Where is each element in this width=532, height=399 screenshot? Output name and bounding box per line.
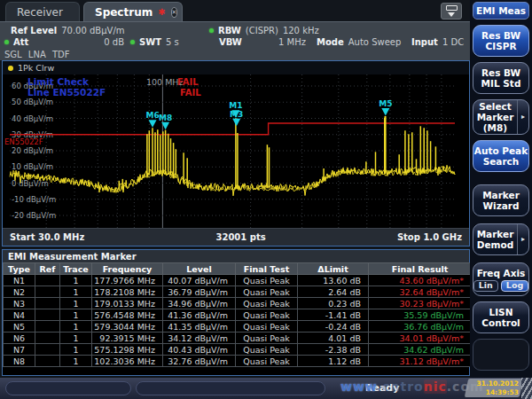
cell-type: N1 — [4, 275, 35, 286]
att-field[interactable]: Att 0 dB — [4, 37, 124, 47]
status-field-1[interactable] — [5, 381, 131, 395]
rbw-mode-value: (CISPR) — [246, 26, 278, 35]
cell-delta_limit: 4.01 dB — [298, 332, 369, 344]
cell-type: N5 — [4, 321, 35, 332]
table-row[interactable]: N71575.1298 MHz40.43 dBµV/mQuasi Peak-2.… — [4, 344, 472, 356]
sweep-points: 32001 pts — [215, 232, 265, 242]
column-header-trace: Trace — [60, 263, 92, 275]
vbw-label: VBW — [219, 37, 242, 47]
softkey-lisn-control[interactable]: LISNControl — [473, 301, 529, 333]
cell-final_test: Quasi Peak — [236, 332, 298, 344]
vbw-field[interactable]: VBW 1 MHz — [219, 37, 306, 47]
cell-delta_limit: 1.12 dB — [298, 356, 369, 367]
cell-ref — [35, 321, 60, 332]
emi-marker-window: EMI Measurement Marker TypeRefTraceFrequ… — [2, 249, 470, 376]
softkey-marker-demod[interactable]: MarkerDemod ▸ — [473, 223, 529, 255]
column-header-delta_limit: ΔLimit — [298, 263, 369, 275]
rbw-led-icon — [209, 28, 214, 33]
cell-delta_limit: -2.38 dB — [298, 344, 369, 356]
sweep-info: SGL LNA TDF — [4, 50, 69, 59]
emi-table-body: N11177.9766 MHz40.07 dBµV/mQuasi Peak13.… — [4, 275, 472, 367]
table-row[interactable]: N11177.9766 MHz40.07 dBµV/mQuasi Peak13.… — [4, 275, 472, 286]
status-field-2[interactable] — [136, 381, 325, 395]
softkey-select-marker[interactable]: SelectMarker(M8) ▸ — [473, 99, 529, 135]
svg-text:50 dBµV/m: 50 dBµV/m — [12, 98, 53, 106]
frequency-axis-bar: Start 30.0 MHz 32001 pts Stop 1.0 GHz — [3, 228, 469, 246]
cell-trace: 1 — [60, 309, 92, 321]
sweep-window: 1Pk Clrw 60 dBµV/m50 dBµV/m40 dBµV/m30 d… — [2, 60, 470, 246]
column-header-final_test: Final Test — [236, 263, 298, 275]
cell-level: 36.79 dBµV/m — [163, 286, 236, 298]
cell-delta_limit: -1.41 dB — [298, 309, 369, 321]
cell-level: 41.35 dBµV/m — [163, 321, 236, 332]
softkey-empty[interactable] — [473, 339, 529, 371]
cell-ref — [35, 286, 60, 298]
svg-text:FAIL: FAIL — [180, 88, 201, 98]
close-tab-icon[interactable]: ✕ — [171, 7, 178, 18]
cell-frequency: 178.2108 MHz — [92, 286, 163, 298]
emi-marker-table: TypeRefTraceFrequencyLevelFinal TestΔLim… — [3, 262, 472, 367]
unsaved-changes-icon: ✱ — [158, 7, 165, 17]
marker-m5-icon — [381, 108, 389, 116]
rbw-value: 120 kHz — [283, 26, 319, 35]
column-header-ref: Ref — [35, 263, 60, 275]
cell-final_result: 32.64 dBµV/m* — [369, 286, 472, 298]
tab-receiver-label: Receiver — [17, 6, 63, 19]
cell-final_result: 43.60 dBµV/m* — [369, 275, 472, 286]
freq-axis-label: Freq Axis — [477, 268, 526, 278]
mode-field[interactable]: Mode Auto Sweep — [317, 37, 401, 47]
table-row[interactable]: N51579.3044 MHz41.35 dBµV/mQuasi Peak-0.… — [4, 321, 472, 332]
table-row[interactable]: N21178.2108 MHz36.79 dBµV/mQuasi Peak2.6… — [4, 286, 472, 298]
freq-axis-lin-toggle[interactable]: Lin — [473, 280, 498, 292]
column-header-frequency: Frequency — [92, 263, 163, 275]
display-menu-button[interactable] — [441, 3, 462, 20]
svg-text:Limit Check: Limit Check — [27, 76, 90, 87]
ref-level-field[interactable]: Ref Level 70.00 dBµV/m — [11, 26, 125, 35]
emi-table-title: EMI Measurement Marker — [3, 250, 469, 262]
status-time: 14:39:53 — [466, 388, 519, 397]
submenu-arrow-icon: ▸ — [517, 224, 528, 254]
table-row[interactable]: N31179.0133 MHz34.96 dBµV/mQuasi Peak0.2… — [4, 298, 472, 309]
table-row[interactable]: N6192.3915 MHz34.12 dBµV/mQuasi Peak4.01… — [4, 332, 472, 344]
softkey-freq-axis[interactable]: Freq Axis Lin Log — [473, 262, 529, 296]
tab-spectrum[interactable]: Spectrum ✱ ✕ — [83, 2, 183, 21]
cell-frequency: 575.1298 MHz — [92, 344, 163, 356]
cell-trace: 1 — [60, 298, 92, 309]
vbw-value: 1 MHz — [278, 37, 306, 47]
cell-final_test: Quasi Peak — [236, 309, 298, 321]
svg-text:10 dBµV/m: 10 dBµV/m — [12, 162, 53, 171]
ref-level-label: Ref Level — [11, 26, 57, 35]
att-led-icon — [4, 40, 9, 44]
spectrum-chart[interactable]: 60 dBµV/m50 dBµV/m40 dBµV/m30 dBµV/m20 d… — [3, 74, 469, 228]
table-header-row: TypeRefTraceFrequencyLevelFinal TestΔLim… — [4, 263, 472, 275]
cell-final_result: 35.59 dBµV/m — [369, 309, 472, 321]
softkey-auto-peak-search[interactable]: Auto PeakSearch — [473, 140, 529, 172]
softkey-res-bw-mil-std[interactable]: Res BWMIL Std — [473, 62, 529, 94]
tab-bar: Receiver Spectrum ✱ ✕ — [0, 0, 470, 21]
svg-text:-20 dBµV/m: -20 dBµV/m — [12, 211, 56, 220]
cell-delta_limit: 13.60 dB — [298, 275, 369, 286]
marker-m6-icon — [149, 120, 157, 128]
input-field[interactable]: Input 1 DC — [411, 37, 464, 47]
freq-axis-log-toggle[interactable]: Log — [501, 280, 528, 292]
cell-type: N4 — [4, 309, 35, 321]
cell-trace: 1 — [60, 344, 92, 356]
swt-label: SWT — [139, 37, 161, 47]
column-header-level: Level — [163, 263, 236, 275]
softkey-res-bw-cispr[interactable]: Res BWCISPR — [473, 25, 529, 57]
cell-trace: 1 — [60, 275, 92, 286]
rbw-field[interactable]: RBW (CISPR) 120 kHz — [209, 26, 319, 35]
cell-level: 34.12 dBµV/m — [163, 332, 236, 344]
softkey-marker-wizard[interactable]: MarkerWizard — [473, 184, 529, 216]
cell-ref — [35, 344, 60, 356]
swt-field[interactable]: SWT 5 s — [130, 37, 179, 47]
tab-receiver[interactable]: Receiver — [5, 2, 80, 21]
rbw-label: RBW — [218, 26, 241, 35]
svg-text:FAIL: FAIL — [177, 77, 199, 87]
swt-led-icon — [130, 40, 135, 44]
table-row[interactable]: N41576.4548 MHz41.36 dBµV/mQuasi Peak-1.… — [4, 309, 472, 321]
table-row[interactable]: N81102.3036 MHz32.76 dBµV/mQuasi Peak1.1… — [4, 356, 472, 367]
cell-type: N2 — [4, 286, 35, 298]
trace-label: 1Pk Clrw — [18, 63, 54, 73]
cell-final_result: 34.01 dBµV/m* — [369, 332, 472, 344]
